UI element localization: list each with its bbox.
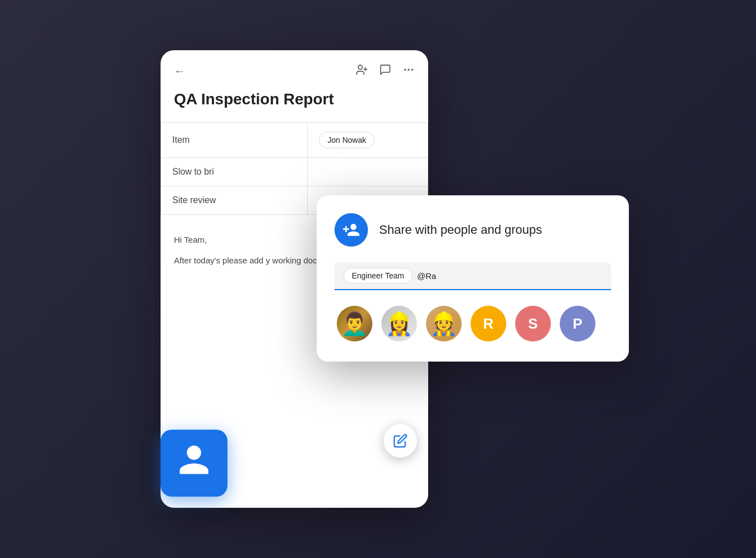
jon-nowak-chip[interactable]: Jon Nowak [319,132,374,148]
share-header: Share with people and groups [335,213,611,247]
engineer-team-chip[interactable]: Engineer Team [343,268,413,283]
svg-point-3 [404,69,406,71]
share-input-row: Engineer Team [335,262,611,290]
share-dialog-title: Share with people and groups [379,223,542,237]
table-cell-jon-nowak: Jon Nowak [308,122,428,157]
person-card[interactable] [161,430,227,497]
table-cell-item: Item [161,122,308,157]
edit-fab-button[interactable] [384,424,417,458]
table-row: Item Jon Nowak [161,122,428,157]
avatar-s[interactable]: S [515,306,551,341]
comment-icon[interactable] [379,64,391,79]
doc-title: QA Inspection Report [161,90,428,122]
doc-actions-group [356,64,415,79]
table-cell-slow-value [308,157,428,186]
table-cell-site: Site review [161,186,308,214]
more-options-icon[interactable] [403,64,415,79]
table-cell-slow: Slow to bri [161,157,308,186]
share-search-input[interactable] [417,271,602,281]
svg-point-4 [408,69,410,71]
avatar-person-1[interactable] [337,306,372,341]
avatar-person-2[interactable] [381,306,417,341]
add-person-icon[interactable] [356,64,368,79]
avatar-p[interactable]: P [560,306,595,341]
share-avatars-row: R S P [335,304,611,346]
svg-point-5 [411,69,414,71]
svg-point-0 [358,65,362,69]
person-icon [176,442,212,484]
avatar-r[interactable]: R [471,306,506,341]
share-dialog: Share with people and groups Engineer Te… [317,195,629,362]
avatar-person-3[interactable] [426,306,462,341]
doc-header: ← [161,64,428,90]
back-button[interactable]: ← [174,65,185,78]
share-icon-circle [335,213,368,247]
table-row: Slow to bri [161,157,428,186]
